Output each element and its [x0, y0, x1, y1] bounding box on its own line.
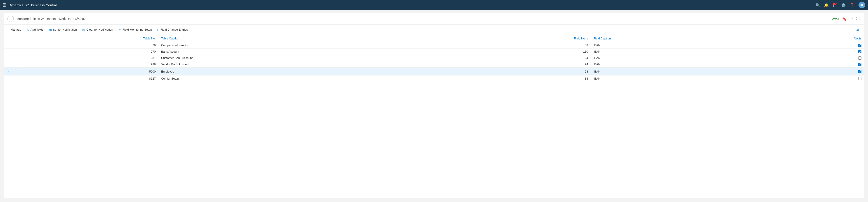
row-table-caption: Company Information [158, 42, 442, 49]
table-row[interactable]: 79Company Information38IBAN [4, 42, 864, 49]
row-field-no [441, 82, 591, 89]
set-notification-label: Set for Notification [53, 28, 77, 31]
settings-icon[interactable]: ⚙️ [841, 3, 846, 7]
row-field-caption: IBAN [591, 42, 765, 49]
header-actions: ✓ Saved 🔖 ↗ ⛶ [827, 17, 860, 21]
table-row[interactable]: →⋮5200Employee58IBAN [4, 68, 864, 75]
row-notify-cell [765, 61, 864, 68]
help-icon[interactable]: ❓ [850, 3, 855, 7]
row-table-no [22, 82, 158, 89]
table-row[interactable] [4, 82, 864, 89]
expand-icon[interactable]: ⛶ [856, 17, 860, 21]
row-field-no: 24 [441, 61, 591, 68]
notify-checkbox[interactable] [858, 63, 862, 66]
topbar: Dynamics 365 Business Central 🔍 🔔 🚩 ⚙️ ❓… [0, 0, 868, 10]
row-field-no: 110 [441, 49, 591, 55]
table-row[interactable]: 8627Config. Setup38IBAN [4, 75, 864, 82]
row-indicator: → [4, 68, 12, 75]
set-notification-button[interactable]: ▦ Set for Notification [46, 27, 79, 33]
row-context-menu [12, 82, 22, 89]
apps-grid-icon[interactable] [3, 3, 6, 7]
col-header-indicator [4, 35, 12, 42]
table-area: Table No. Table Caption Field No. ↑ Fiel… [4, 35, 864, 96]
col-header-table-caption[interactable]: Table Caption [158, 35, 442, 42]
row-table-caption [158, 82, 442, 89]
row-context-menu [12, 42, 22, 49]
row-field-no: 24 [441, 55, 591, 61]
row-table-caption: Bank Account [158, 49, 442, 55]
col-header-field-caption[interactable]: Field Caption [591, 35, 765, 42]
row-table-caption: Config. Setup [158, 75, 442, 82]
col-header-notify[interactable]: Notify [765, 35, 864, 42]
row-indicator [4, 82, 12, 89]
field-change-label: Field Change Entries [160, 28, 188, 31]
add-fields-button[interactable]: ↻ Add fields [24, 27, 46, 33]
notify-checkbox[interactable] [858, 44, 862, 47]
row-notify-cell [765, 82, 864, 89]
row-indicator [4, 75, 12, 82]
row-context-menu[interactable]: ⋮ [12, 68, 22, 75]
field-change-entries-button[interactable]: □ Field Change Entries [155, 27, 190, 33]
user-avatar[interactable]: IK [859, 2, 865, 8]
filter-icon[interactable]: ◢ [855, 26, 860, 33]
row-table-no: 5200 [22, 68, 158, 75]
manage-button[interactable]: Manage [8, 27, 24, 32]
back-button[interactable]: ← [7, 16, 14, 22]
row-notify-cell [765, 75, 864, 82]
open-new-icon[interactable]: ↗ [850, 17, 853, 21]
app-title: Dynamics 365 Business Central [8, 3, 57, 7]
notify-checkbox[interactable] [858, 50, 862, 53]
table-row[interactable]: 288Vendor Bank Account24IBAN [4, 61, 864, 68]
notify-checkbox[interactable] [858, 56, 862, 60]
row-notify-cell [765, 68, 864, 75]
col-header-table-no[interactable]: Table No. [22, 35, 158, 42]
toolbar: Manage ↻ Add fields ▦ Set for Notificati… [4, 24, 864, 35]
col-header-field-no[interactable]: Field No. ↑ [441, 35, 591, 42]
search-icon[interactable]: 🔍 [815, 3, 820, 7]
clear-notification-button[interactable]: ▧ Clear for Notification [80, 27, 115, 33]
col-header-dots [12, 35, 22, 42]
row-notify-cell [765, 55, 864, 61]
add-fields-label: Add fields [31, 28, 43, 31]
flag-icon[interactable]: 🚩 [833, 3, 837, 7]
set-notification-icon: ▦ [49, 28, 52, 31]
row-field-caption: IBAN [591, 68, 765, 75]
row-indicator [4, 89, 12, 96]
notification-icon[interactable]: 🔔 [824, 3, 829, 7]
add-fields-icon: ↻ [27, 28, 29, 31]
row-indicator [4, 55, 12, 61]
bookmark-icon[interactable]: 🔖 [842, 17, 847, 21]
row-indicator [4, 42, 12, 49]
row-indicator [4, 61, 12, 68]
row-indicator [4, 49, 12, 55]
row-field-caption: IBAN [591, 75, 765, 82]
row-table-no: 79 [22, 42, 158, 49]
row-field-caption: IBAN [591, 61, 765, 68]
row-field-caption [591, 82, 765, 89]
table-row[interactable]: 287Customer Bank Account24IBAN [4, 55, 864, 61]
row-field-no: 58 [441, 68, 591, 75]
notify-checkbox[interactable] [858, 77, 862, 80]
row-table-caption: Employee [158, 68, 442, 75]
field-monitoring-icon: ⚠ [119, 28, 121, 31]
table-row[interactable]: 270Bank Account110IBAN [4, 49, 864, 55]
row-field-no: 38 [441, 42, 591, 49]
table-row[interactable] [4, 89, 864, 96]
field-monitoring-button[interactable]: ⚠ Field Monitoring Setup [116, 27, 154, 33]
saved-indicator: ✓ Saved [827, 17, 839, 21]
row-field-caption: IBAN [591, 49, 765, 55]
notify-checkbox[interactable] [858, 70, 862, 73]
topbar-right: 🔍 🔔 🚩 ⚙️ ❓ IK [815, 2, 865, 8]
row-context-menu [12, 49, 22, 55]
row-context-menu [12, 89, 22, 96]
row-notify-cell [765, 49, 864, 55]
row-table-no: 8627 [22, 75, 158, 82]
page-container: ← Monitored Fields Worksheet | Work Date… [4, 12, 864, 198]
row-notify-cell [765, 89, 864, 96]
row-field-no [441, 89, 591, 96]
topbar-left: Dynamics 365 Business Central [3, 3, 815, 7]
row-context-menu [12, 75, 22, 82]
row-table-caption: Customer Bank Account [158, 55, 442, 61]
field-change-icon: □ [157, 28, 159, 31]
check-icon: ✓ [827, 17, 830, 21]
